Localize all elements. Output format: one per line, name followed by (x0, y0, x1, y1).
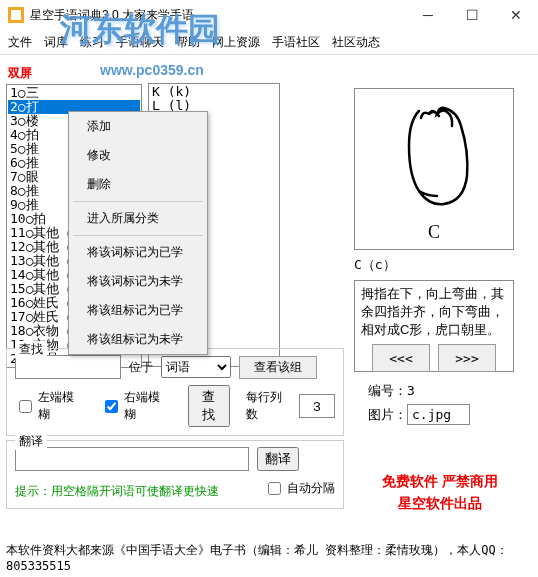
left-blur-checkbox[interactable]: 左端模糊 (15, 389, 85, 423)
perline-label: 每行列数 (246, 389, 293, 423)
window-title: 星空手语词典3.0 大家来学手语 (30, 7, 406, 24)
context-menu-item[interactable]: 修改 (69, 141, 207, 170)
perline-input[interactable] (299, 394, 335, 418)
titlebar: 星空手语词典3.0 大家来学手语 ─ ☐ ✕ (0, 0, 538, 30)
context-menu-item[interactable]: 添加 (69, 112, 207, 141)
translate-button[interactable]: 翻译 (257, 447, 299, 471)
glyph-caption: C (428, 222, 440, 243)
context-menu: 添加修改删除进入所属分类将该词标记为已学将该词标记为未学将该组标记为已学将该组标… (68, 111, 208, 355)
search-scope-select[interactable]: 词语 (161, 356, 231, 378)
context-menu-item[interactable]: 将该组标记为未学 (69, 325, 207, 354)
glyph-label: C（c） (354, 256, 514, 274)
app-icon (8, 7, 24, 23)
menu-community[interactable]: 手语社区 (272, 34, 320, 51)
menu-file[interactable]: 文件 (8, 34, 32, 51)
menu-help[interactable]: 帮助 (176, 34, 200, 51)
close-button[interactable]: ✕ (494, 0, 538, 30)
minimize-button[interactable]: ─ (406, 0, 450, 30)
menubar: 文件 词库 练习 手语聊天 帮助 网上资源 手语社区 社区动态 (0, 30, 538, 55)
group-label: 双屏 (8, 65, 142, 82)
right-blur-checkbox[interactable]: 右端模糊 (101, 389, 171, 423)
view-group-button[interactable]: 查看该组 (239, 356, 317, 379)
search-legend: 查找 (15, 341, 47, 358)
hand-sign-image: C (354, 88, 514, 250)
hand-icon (389, 96, 479, 216)
translate-box: 翻译 翻译 提示：用空格隔开词语可使翻译更快速 自动分隔 (6, 440, 344, 509)
brand-text: 免费软件 严禁商用 星空软件出品 (360, 470, 520, 514)
maximize-button[interactable]: ☐ (450, 0, 494, 30)
menu-news[interactable]: 社区动态 (332, 34, 380, 51)
search-box: 查找 位于 词语 查看该组 左端模糊 右端模糊 查找 每行列数 (6, 348, 344, 436)
menu-practice[interactable]: 练习 (80, 34, 104, 51)
menu-dict[interactable]: 词库 (44, 34, 68, 51)
menu-chat[interactable]: 手语聊天 (116, 34, 164, 51)
context-menu-item[interactable]: 将该词标记为未学 (69, 267, 207, 296)
translate-input[interactable] (15, 447, 249, 471)
footer-text: 本软件资料大都来源《中国手语大全》电子书（编辑：希儿 资料整理：柔情玫瑰），本人… (6, 542, 532, 573)
list-item[interactable]: K (k) (150, 85, 278, 99)
search-button[interactable]: 查找 (188, 385, 230, 427)
auto-split-checkbox[interactable]: 自动分隔 (264, 479, 335, 498)
list-item[interactable]: 1○三 (8, 86, 140, 100)
translate-tip: 提示：用空格隔开词语可使翻译更快速 (15, 483, 219, 500)
context-menu-item[interactable]: 将该组标记为已学 (69, 296, 207, 325)
context-menu-item[interactable]: 删除 (69, 170, 207, 199)
context-menu-item[interactable]: 进入所属分类 (69, 204, 207, 233)
translate-legend: 翻译 (15, 433, 47, 450)
menu-online[interactable]: 网上资源 (212, 34, 260, 51)
search-input[interactable] (15, 355, 121, 379)
context-menu-item[interactable]: 将该词标记为已学 (69, 238, 207, 267)
pos-label: 位于 (129, 359, 153, 376)
